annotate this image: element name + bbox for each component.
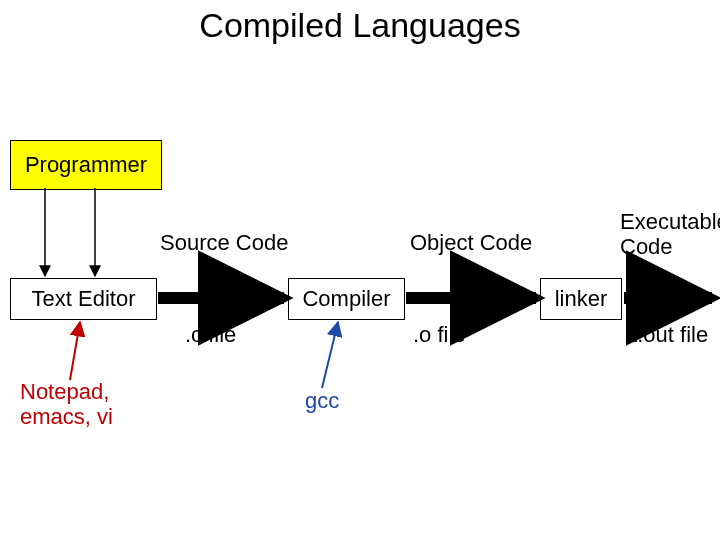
diagram-canvas: Compiled Languages Programmer Text Edito… — [0, 0, 720, 540]
arrow-compiler-example — [322, 322, 338, 388]
arrow-editor-example — [70, 322, 80, 380]
arrow-layer — [0, 0, 720, 540]
